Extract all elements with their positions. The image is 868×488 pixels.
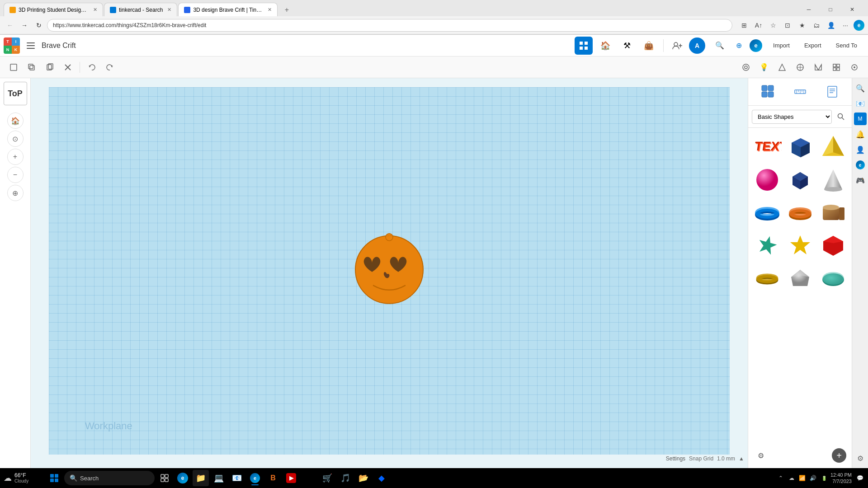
- shape-item-text[interactable]: TEXT TEXT: [752, 131, 782, 162]
- taskbar-red-app[interactable]: ▶: [283, 470, 299, 486]
- group-tool[interactable]: [828, 59, 844, 75]
- workplane[interactable]: Workplane: [49, 87, 730, 455]
- grid-view-button[interactable]: [575, 37, 593, 55]
- tab-tinkercad-search[interactable]: tinkercad - Search ✕: [104, 3, 177, 16]
- redo-tool[interactable]: [102, 59, 118, 75]
- export-button[interactable]: Export: [797, 39, 829, 52]
- comment-tool[interactable]: [738, 59, 754, 75]
- taskbar-mail[interactable]: ✉: [301, 470, 317, 486]
- copy-tool[interactable]: [42, 59, 58, 75]
- new-tab-button[interactable]: +: [280, 4, 293, 16]
- ruler-icon-button[interactable]: [790, 82, 810, 102]
- hamburger-button[interactable]: [24, 38, 38, 53]
- taskbar-cortana[interactable]: 🎵: [337, 470, 354, 486]
- ms-sidebar-alert[interactable]: 🔔: [854, 128, 867, 141]
- tab-close-3[interactable]: ✕: [268, 7, 272, 13]
- taskbar-browser-active[interactable]: e: [247, 470, 263, 486]
- shapes-icon-button[interactable]: [758, 82, 778, 102]
- taskbar-dropbox[interactable]: ◆: [373, 470, 390, 486]
- shape-item-torus-orange[interactable]: [785, 197, 815, 228]
- zoom-in-button[interactable]: +: [7, 149, 24, 165]
- taskbar-search[interactable]: 🔍 Search: [64, 471, 155, 485]
- shape-item-gem-red[interactable]: [818, 230, 848, 261]
- tray-notifications[interactable]: 💬: [855, 474, 864, 483]
- snap-expand-icon[interactable]: ▲: [739, 455, 744, 462]
- bag-button[interactable]: 👜: [640, 37, 658, 55]
- taskbar-outlook[interactable]: 📧: [229, 470, 245, 486]
- shapes-search-button[interactable]: [834, 109, 848, 124]
- community-button[interactable]: 🏠: [596, 37, 614, 55]
- shape-item-gem-silver[interactable]: [785, 263, 815, 294]
- snap-tool[interactable]: [846, 59, 863, 75]
- task-view-button[interactable]: [156, 470, 173, 486]
- collections-icon[interactable]: ⊕: [732, 39, 745, 52]
- align-tool[interactable]: [792, 59, 808, 75]
- mirror-tool[interactable]: [810, 59, 826, 75]
- taskbar-teams[interactable]: 💻: [211, 470, 227, 486]
- shapes-category-dropdown[interactable]: Basic Shapes: [752, 110, 832, 124]
- canvas-area[interactable]: Workplane Settings Snap Grid 1.0 mm ▲ ›: [31, 78, 748, 468]
- shape-item-star-yellow[interactable]: [785, 230, 815, 261]
- tab-close-1[interactable]: ✕: [93, 7, 97, 13]
- shape-item-box-brown[interactable]: [818, 197, 848, 228]
- zoom-to-fit-button[interactable]: ⊕: [7, 185, 24, 201]
- tab-close-2[interactable]: ✕: [167, 7, 171, 13]
- add-user-button[interactable]: [669, 38, 685, 54]
- tools-button[interactable]: ⚒: [618, 37, 636, 55]
- shape-item-cone[interactable]: [818, 164, 848, 195]
- close-button[interactable]: ✕: [842, 3, 863, 16]
- undo-tool[interactable]: [84, 59, 100, 75]
- tray-cloud[interactable]: ☁: [787, 474, 796, 483]
- light-tool[interactable]: 💡: [756, 59, 772, 75]
- add-shape-button[interactable]: +: [832, 448, 846, 463]
- tray-battery[interactable]: 🔋: [820, 474, 829, 483]
- taskbar-file-explorer[interactable]: 📁: [193, 470, 209, 486]
- duplicate-tool[interactable]: [24, 59, 40, 75]
- zoom-out-button[interactable]: −: [7, 167, 24, 183]
- back-button[interactable]: ←: [4, 19, 16, 32]
- panel-settings-button[interactable]: ⚙: [754, 448, 768, 463]
- taskbar-store[interactable]: 🛒: [319, 470, 335, 486]
- shape-item-lens-teal[interactable]: [818, 263, 848, 294]
- tab-tinkercad-design[interactable]: 3D design Brave Crift | Tinkercad ✕: [178, 3, 278, 16]
- collections-button[interactable]: 🗂: [810, 19, 823, 32]
- more-button[interactable]: ···: [839, 19, 852, 32]
- home-view-button[interactable]: 🏠: [7, 113, 24, 129]
- shape-item-torus-blue[interactable]: [752, 197, 782, 228]
- shape-item-sphere-pink[interactable]: [752, 164, 782, 195]
- taskbar-files[interactable]: 📂: [355, 470, 372, 486]
- maximize-button[interactable]: □: [820, 3, 841, 16]
- user-avatar[interactable]: A: [689, 38, 705, 54]
- star-button[interactable]: ☆: [767, 19, 779, 32]
- select-tool[interactable]: [5, 59, 22, 75]
- extensions-button[interactable]: ⊞: [738, 19, 750, 32]
- tray-wifi[interactable]: 📶: [798, 474, 807, 483]
- ms-sidebar-person[interactable]: 👤: [854, 143, 867, 156]
- tray-volume[interactable]: 🔊: [809, 474, 818, 483]
- tray-time[interactable]: 12:40 PM 7/7/2023: [830, 472, 852, 485]
- forward-button[interactable]: →: [18, 19, 31, 32]
- ms-sidebar-outlook[interactable]: 📧: [854, 97, 867, 110]
- edge-search-icon[interactable]: 🔍: [712, 38, 727, 53]
- delete-tool[interactable]: [60, 59, 76, 75]
- tray-chevron[interactable]: ⌃: [776, 474, 785, 483]
- send-to-button[interactable]: Send To: [829, 39, 864, 52]
- shape-item-star-teal[interactable]: [752, 230, 782, 261]
- taskbar-bing[interactable]: B: [265, 470, 281, 486]
- favorites-button[interactable]: ★: [796, 19, 808, 32]
- read-aloud-button[interactable]: A↑: [752, 19, 765, 32]
- ms-sidebar-games[interactable]: 🎮: [854, 174, 867, 187]
- taskbar-edge[interactable]: e: [175, 470, 191, 486]
- profile-button[interactable]: 👤: [825, 19, 837, 32]
- shape-item-box-dark[interactable]: [785, 164, 815, 195]
- tab-3d-printing[interactable]: 3D Printing Student Design Chal... ✕: [4, 3, 103, 16]
- ms-sidebar-settings[interactable]: ⚙: [854, 452, 867, 465]
- import-button[interactable]: Import: [766, 39, 797, 52]
- view-indicator[interactable]: ToP: [4, 82, 27, 105]
- shape-item-ring-gold[interactable]: [752, 263, 782, 294]
- refresh-button[interactable]: ↻: [33, 19, 45, 32]
- ms-sidebar-office[interactable]: M: [854, 113, 867, 125]
- shape-item-box-blue[interactable]: [785, 131, 815, 162]
- ms-sidebar-edge[interactable]: e: [854, 159, 867, 171]
- start-button[interactable]: [46, 470, 62, 486]
